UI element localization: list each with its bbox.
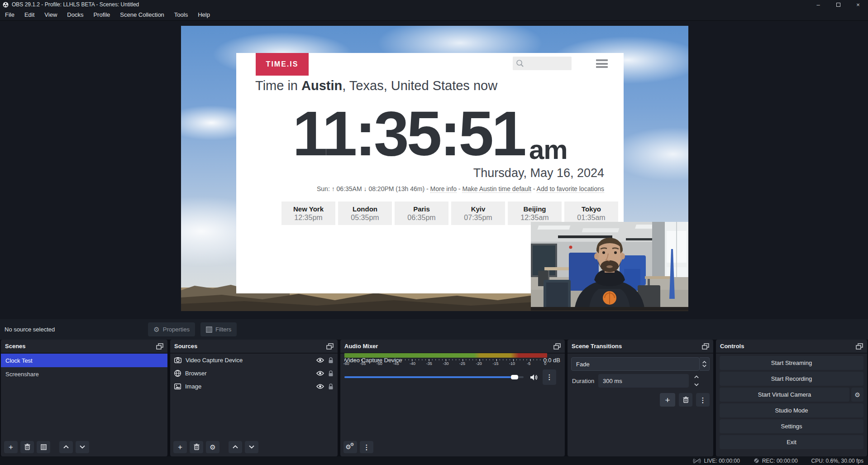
search-input[interactable] [513, 57, 572, 70]
webcam-overlay[interactable] [531, 222, 688, 311]
remove-source-button[interactable] [190, 441, 203, 453]
start-recording-button[interactable]: Start Recording [720, 372, 863, 386]
city-paris[interactable]: Paris06:35pm [395, 201, 448, 225]
transition-menu-button[interactable]: ⋮ [696, 393, 710, 407]
source-item-browser[interactable]: Browser [170, 367, 338, 380]
close-button[interactable]: × [848, 0, 868, 9]
statusbar: LIVE: 00:00:00 REC: 00:00:00 CPU: 0.6%, … [0, 456, 868, 465]
popout-icon[interactable] [856, 343, 863, 350]
menu-docks[interactable]: Docks [62, 9, 88, 20]
add-source-button[interactable]: + [173, 441, 187, 453]
menu-tools[interactable]: Tools [169, 9, 193, 20]
source-properties-button[interactable]: ⚙ [206, 441, 219, 453]
chevron-down-icon [694, 383, 699, 386]
transition-select[interactable]: Fade [571, 357, 700, 371]
controls-body: Start Streaming Start Recording Start Vi… [716, 354, 867, 453]
source-item-image[interactable]: Image [170, 380, 338, 393]
mixer-channel-menu-button[interactable]: ⋮ [543, 369, 556, 385]
add-transition-button[interactable]: + [660, 393, 675, 407]
menu-view[interactable]: View [39, 9, 62, 20]
start-virtual-camera-button[interactable]: Start Virtual Camera [720, 388, 849, 402]
dock-area: Scenes Clock Test Screenshare + [0, 340, 868, 456]
popout-icon[interactable] [702, 343, 709, 350]
move-source-down-button[interactable] [245, 441, 258, 453]
advanced-audio-properties-button[interactable]: ⚙⚙ [343, 441, 357, 453]
hamburger-menu-icon[interactable] [596, 59, 608, 68]
menubar: File Edit View Docks Profile Scene Colle… [0, 9, 868, 21]
plus-icon: + [665, 396, 670, 404]
volume-slider[interactable] [344, 376, 524, 378]
chevron-down-icon [249, 445, 254, 449]
exit-button[interactable]: Exit [720, 435, 863, 449]
city-new-york[interactable]: New York12:35pm [281, 201, 335, 225]
remove-transition-button[interactable] [679, 393, 692, 407]
kebab-icon: ⋮ [546, 373, 553, 381]
source-item-video-capture[interactable]: Video Capture Device [170, 354, 338, 367]
settings-button[interactable]: Settings [720, 419, 863, 433]
minimize-icon: – [816, 1, 820, 8]
lock-icon[interactable] [328, 370, 334, 377]
volume-slider-handle[interactable] [511, 375, 518, 379]
menu-help[interactable]: Help [193, 9, 215, 20]
maximize-icon [836, 3, 840, 7]
preview-area: TIME.IS Time in Austin, Texas, United St… [0, 21, 868, 319]
scene-filters-button[interactable] [37, 441, 50, 453]
remove-scene-button[interactable] [20, 441, 34, 453]
virtual-camera-settings-button[interactable]: ⚙ [851, 388, 863, 402]
speaker-icon[interactable] [530, 374, 538, 381]
lock-icon[interactable] [328, 384, 334, 390]
popout-icon[interactable] [156, 343, 163, 350]
eye-visible-icon[interactable] [316, 371, 324, 376]
city-kyiv[interactable]: Kyiv07:35pm [451, 201, 505, 225]
volume-slider-row: ⋮ [344, 372, 561, 382]
duration-input[interactable]: 300 ms [598, 374, 689, 388]
chevron-up-icon [63, 445, 69, 449]
make-default-link[interactable]: Make Austin time default [462, 185, 531, 193]
record-inactive-icon [754, 458, 759, 464]
popout-icon[interactable] [326, 343, 334, 350]
minimize-button[interactable]: – [808, 0, 828, 9]
gear-icon: ⚙ [854, 391, 860, 398]
kebab-icon: ⋮ [700, 397, 706, 403]
studio-mode-button[interactable]: Studio Mode [720, 403, 863, 417]
properties-button[interactable]: ⚙ Properties [148, 322, 195, 336]
duration-label: Duration [572, 378, 594, 384]
move-source-up-button[interactable] [229, 441, 242, 453]
scene-item-screenshare[interactable]: Screenshare [1, 367, 167, 381]
menu-file[interactable]: File [0, 9, 19, 20]
search-icon [516, 59, 524, 67]
move-scene-down-button[interactable] [76, 441, 89, 453]
city-london[interactable]: London05:35pm [338, 201, 392, 225]
duration-spinner[interactable] [692, 374, 701, 388]
trash-icon [683, 397, 689, 403]
lock-icon[interactable] [328, 357, 334, 364]
stream-inactive-icon [693, 458, 701, 464]
timeis-logo: TIME.IS [256, 53, 309, 76]
menu-profile[interactable]: Profile [88, 9, 115, 20]
add-favorite-link[interactable]: Add to favorite locations [537, 185, 604, 193]
gear-icon: ⚙ [210, 444, 215, 451]
eye-visible-icon[interactable] [316, 358, 324, 363]
popout-icon[interactable] [553, 343, 561, 350]
program-canvas[interactable]: TIME.IS Time in Austin, Texas, United St… [181, 26, 688, 311]
start-streaming-button[interactable]: Start Streaming [720, 356, 863, 370]
eye-visible-icon[interactable] [316, 384, 324, 389]
scene-transitions-panel: Scene Transitions Fade Duration 300 ms +… [568, 340, 713, 456]
trash-icon [194, 444, 200, 450]
meter-tick-labels: -60-55-50-45-40-35-30-25-20-15-10-50 [341, 361, 550, 366]
more-info-link[interactable]: More info [430, 185, 457, 193]
filters-button[interactable]: Filters [200, 322, 237, 336]
move-scene-up-button[interactable] [59, 441, 73, 453]
gear-small-icon: ⚙ [350, 442, 354, 447]
scene-item-clock-test[interactable]: Clock Test [1, 354, 167, 367]
maximize-button[interactable] [828, 0, 848, 9]
transition-select-spinner[interactable] [700, 357, 710, 371]
cpu-status: CPU: 0.6%, 30.00 fps [811, 458, 863, 464]
window-title: OBS 29.1.2 - Profile: LLHLS BETA - Scene… [12, 1, 139, 8]
add-scene-button[interactable]: + [4, 441, 18, 453]
menu-scene-collection[interactable]: Scene Collection [115, 9, 169, 20]
mixer-menu-button[interactable]: ⋮ [360, 441, 373, 453]
timeis-heading-city: Austin [301, 78, 342, 93]
menu-edit[interactable]: Edit [19, 9, 39, 20]
sun-info-line: Sun: ↑ 06:35AM ↓ 08:20PM (13h 46m) - Mor… [317, 185, 604, 192]
